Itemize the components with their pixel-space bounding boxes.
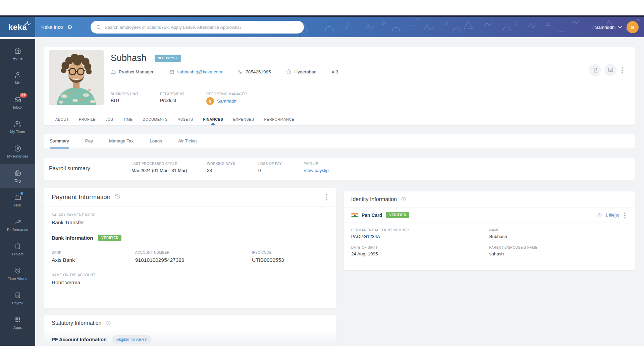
search-bar[interactable]: [91, 21, 304, 34]
department-value: Product: [160, 98, 206, 103]
parent-spouse-label: PARENT'S/SPOUSE'S NAME: [489, 246, 628, 249]
pan-card-row: Pan Card VERIFIED 1 file(s): [344, 207, 635, 223]
sidebar-item-project[interactable]: Project: [0, 237, 35, 262]
user-icon: [14, 72, 21, 78]
payment-info-menu[interactable]: [324, 194, 329, 200]
tab-about[interactable]: ABOUT: [55, 113, 69, 125]
parent-spouse-value: suhash: [489, 251, 628, 256]
sidebar-item-hire[interactable]: Hire: [0, 188, 35, 213]
briefcase-icon: [14, 194, 21, 201]
subtab-air-ticket[interactable]: Air Ticket: [178, 134, 197, 148]
history-icon[interactable]: [114, 194, 120, 200]
salary-payment-mode-label: SALARY PAYMENT MODE: [52, 213, 329, 217]
top-bar: keka Keka: [0, 17, 644, 37]
briefcase-icon: [111, 69, 116, 74]
sidebar-item-me[interactable]: Me: [0, 66, 35, 90]
bank-value: Axis Bank: [52, 257, 135, 263]
bank-label: BANK: [52, 251, 135, 254]
pan-name-value: Subhash: [489, 234, 628, 239]
divider: [111, 89, 627, 89]
tab-job[interactable]: JOB: [106, 113, 113, 125]
employee-number-text: # 3: [332, 69, 338, 74]
org-name: Keka Inco: [41, 24, 63, 30]
tab-assets[interactable]: ASSETS: [178, 113, 193, 125]
sidebar-item-org[interactable]: Org: [0, 164, 35, 188]
app-window: keka Keka: [0, 15, 644, 346]
feedback-button[interactable]: [604, 64, 616, 76]
tab-finances[interactable]: FINANCES: [203, 113, 223, 125]
tab-documents[interactable]: DOCUMENTS: [143, 113, 168, 125]
phone-icon: [237, 69, 243, 74]
sidebar-item-apps[interactable]: Apps: [0, 311, 35, 335]
sidebar-item-label: My Finances: [7, 154, 28, 158]
history-icon[interactable]: [401, 197, 406, 202]
sidebar-item-time-attend[interactable]: Time Attend: [0, 262, 35, 286]
sidebar-item-label: Payroll: [12, 301, 23, 305]
envelope-icon: [169, 70, 174, 74]
sidebar-item-performance[interactable]: Performance: [0, 213, 35, 237]
subtab-manage-tax[interactable]: Manage Tax: [109, 134, 133, 148]
employee-email[interactable]: subhash.g@keka.com: [169, 69, 222, 74]
pan-card-title: Pan Card: [362, 213, 382, 218]
sidebar-item-inbox[interactable]: 31 Inbox: [0, 90, 35, 115]
inbox-badge: 31: [20, 93, 27, 98]
job-title: Product Manager: [111, 69, 154, 74]
alarm-icon: [14, 267, 21, 274]
sidebar: Home Me 31 Inbox My Team My Finances Org…: [0, 39, 35, 346]
department-label: DEPARTMENT: [160, 92, 206, 96]
abry-eligibility-badge[interactable]: Eligible for ABRY: [112, 335, 151, 344]
tab-performance[interactable]: PERFORMANCE: [264, 113, 294, 125]
pan-card-menu[interactable]: [623, 212, 627, 219]
sidebar-item-home[interactable]: Home: [0, 42, 35, 66]
paperclip-icon: [597, 213, 602, 218]
sidebar-item-label: Inbox: [13, 105, 22, 109]
tab-time[interactable]: TIME: [123, 113, 132, 125]
job-title-text: Product Manager: [119, 69, 154, 74]
employee-more-menu[interactable]: [620, 67, 625, 73]
grid-icon: [14, 316, 21, 323]
files-link[interactable]: 1 file(s): [605, 213, 619, 218]
sidebar-item-payroll[interactable]: Payroll: [0, 286, 35, 311]
view-payslip-link[interactable]: View payslip: [304, 168, 329, 173]
pan-number-value: PAOPG1234A: [351, 234, 489, 239]
account-number-label: ACCOUNT NUMBER: [135, 251, 252, 254]
payroll-summary-card: Payroll summary LAST PROCESSED CYCLE Mar…: [44, 158, 635, 180]
reporting-manager-label: REPORTING MANAGER: [206, 92, 247, 96]
profile-tabs: ABOUT PROFILE JOB TIME DOCUMENTS ASSETS …: [44, 113, 635, 125]
sidebar-item-my-team[interactable]: My Team: [0, 115, 35, 139]
bank-information-title: Bank Information: [52, 235, 93, 241]
payment-information-card: Payment Information SALARY PAYMENT MODE …: [44, 188, 336, 308]
kebab-icon: [622, 67, 623, 69]
chevron-down-icon: [618, 26, 622, 28]
history-icon[interactable]: [106, 320, 111, 326]
praise-button[interactable]: [589, 64, 601, 76]
manager-avatar[interactable]: S: [206, 97, 214, 105]
payslip-label: PAYSLIP: [304, 162, 329, 166]
tab-profile[interactable]: PROFILE: [79, 113, 96, 125]
sidebar-item-label: Hire: [14, 203, 21, 207]
pan-details-grid: PERMANENT ACCOUNT NUMBER PAOPG1234A NAME…: [344, 223, 635, 262]
gear-icon[interactable]: ⚙: [67, 24, 72, 31]
tab-expenses[interactable]: EXPENSES: [233, 113, 254, 125]
subtab-pay[interactable]: Pay: [85, 134, 93, 148]
search-input[interactable]: [105, 25, 299, 30]
dollar-icon: [14, 145, 21, 152]
employee-photo[interactable]: [49, 50, 104, 105]
manager-link[interactable]: Samriddhi: [217, 99, 237, 104]
dob-label: DATE OF BIRTH: [351, 246, 489, 249]
user-avatar[interactable]: S: [627, 21, 639, 33]
user-menu[interactable]: Samriddhi S: [595, 21, 644, 33]
email-link[interactable]: subhash.g@keka.com: [177, 69, 222, 74]
subtab-summary[interactable]: Summary: [50, 134, 69, 148]
trend-icon: [14, 219, 21, 225]
clipboard-icon: [14, 243, 21, 250]
sidebar-item-my-finances[interactable]: My Finances: [0, 139, 35, 164]
identity-information-title: Identity Information: [351, 196, 397, 202]
keka-logo[interactable]: keka: [0, 17, 35, 37]
employee-actions: [589, 64, 625, 76]
india-flag-icon: [351, 213, 358, 218]
subtab-loans[interactable]: Loans: [150, 134, 162, 148]
location-text: Hyderabad: [294, 69, 316, 74]
statutory-information-card: Statutory Information PF Account Informa…: [44, 315, 336, 346]
kebab-icon: [624, 213, 626, 214]
